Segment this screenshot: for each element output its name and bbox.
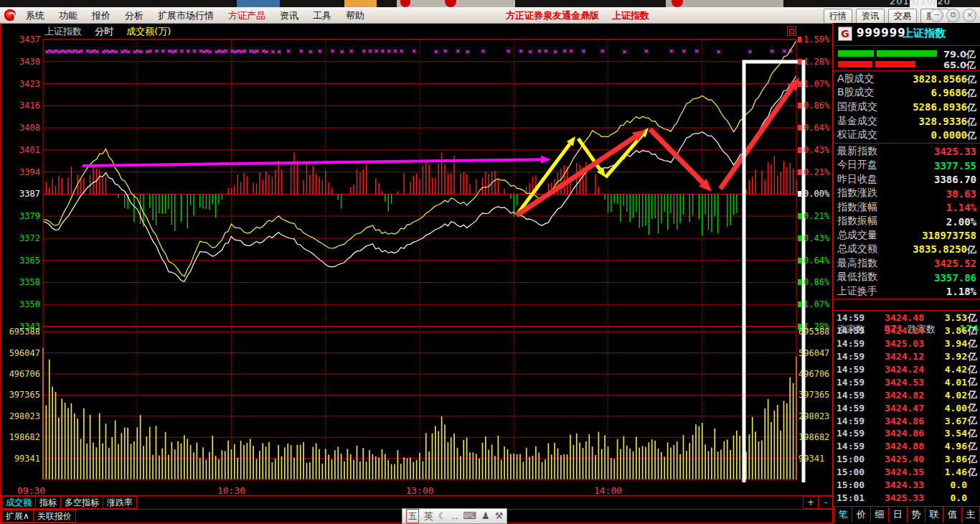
pct-axis-tick: [798, 103, 801, 108]
volume-axis-label: 596047: [798, 348, 836, 358]
tick-price: 3425.40: [868, 454, 924, 464]
background-windows-strip: 2015/10/20: [0, 0, 980, 7]
time-axis-label: 14:00: [594, 485, 622, 496]
menu-bar: 系统功能报价分析扩展市场行情方证产品资讯工具帮助 方正证券泉友通金鼎版上证指数 …: [0, 7, 980, 24]
menu-item-1[interactable]: 功能: [52, 8, 85, 24]
pct-axis-tick: [798, 235, 801, 241]
ime-tools-icon[interactable]: ⚒: [495, 510, 504, 523]
stat-row: 昨日收盘3386.70: [834, 172, 980, 187]
extension-tabs: 扩展∧关联报价: [1, 510, 75, 523]
price-axis-label: 3401: [6, 145, 40, 155]
rp-tab-1[interactable]: 价: [852, 507, 870, 523]
ime-dots-icon[interactable]: ‥: [452, 510, 458, 523]
tick-row: 14:593424.483.53亿: [834, 312, 980, 324]
svg-text:×: ×: [537, 47, 542, 55]
tick-amount: 0.0: [924, 479, 967, 490]
tick-time: 14:59: [837, 441, 868, 452]
stat-row: 总成交量318973758: [834, 228, 980, 243]
timeshare-chart[interactable]: ××××××××××××××××××××××××××××××××××××××××…: [0, 23, 832, 482]
ime-mode-en[interactable]: 英: [424, 510, 433, 523]
ime-moon-icon[interactable]: ☾: [438, 510, 447, 523]
stat-row: 权证成交0.0000亿: [834, 128, 980, 142]
tick-row: 15:013425.330.0: [834, 491, 980, 504]
volume-axis-label: 99341: [1, 454, 40, 464]
rp-tab-6[interactable]: 值: [943, 507, 961, 523]
symbol-name[interactable]: 上证指数: [903, 27, 946, 40]
pct-axis-tick: [798, 301, 801, 307]
index-stats: 最新指数3425.33今日开盘3377.55昨日收盘3386.70指数涨跌38.…: [834, 144, 980, 299]
svg-text:×: ×: [433, 48, 439, 55]
menu-item-4[interactable]: 扩展市场行情: [151, 8, 221, 24]
extension-tab-0[interactable]: 扩展∧: [1, 510, 34, 523]
tick-row: 14:593424.244.42亿: [834, 363, 980, 376]
menu-item-3[interactable]: 分析: [118, 8, 151, 24]
rp-tab-0[interactable]: 笔: [834, 507, 852, 523]
tick-unit: 亿: [967, 427, 977, 440]
tick-row: 15:003425.403.86亿: [834, 453, 980, 466]
tick-price: 3424.24: [868, 325, 924, 336]
rp-tab-7[interactable]: 主: [962, 507, 980, 523]
symbol-code[interactable]: 999999: [857, 27, 906, 39]
tick-row: 14:593424.863.54亿: [834, 427, 980, 440]
tick-time: 14:59: [837, 377, 868, 388]
chart-tab-1[interactable]: 指标: [35, 496, 61, 509]
chart-tab-2[interactable]: 多空指标: [60, 496, 103, 509]
extension-tab-1[interactable]: 关联报价: [33, 510, 76, 523]
system-date-text: 2015/10/20: [890, 0, 951, 6]
tick-unit: 亿: [967, 324, 977, 337]
indicator-tabs: 成交额指标多空指标涨跌率: [1, 496, 136, 510]
tick-list[interactable]: 14:593424.483.53亿14:593424.243.86亿14:593…: [834, 312, 980, 504]
tick-amount: 3.54: [924, 428, 967, 439]
minimize-button[interactable]: −: [930, 9, 943, 22]
quick-button-1[interactable]: 资讯: [856, 9, 885, 24]
menu-item-8[interactable]: 帮助: [339, 8, 372, 24]
rp-tab-4[interactable]: 势: [908, 507, 925, 523]
quick-button-2[interactable]: 交易: [888, 9, 917, 24]
ime-mode-cn[interactable]: 五: [406, 509, 419, 523]
rp-tab-5[interactable]: 联: [925, 507, 943, 523]
menu-item-7[interactable]: 工具: [306, 8, 339, 24]
menu-item-2[interactable]: 报价: [85, 8, 118, 24]
tick-price: 3425.03: [868, 338, 924, 349]
menu-item-0[interactable]: 系统: [19, 8, 52, 24]
volume-axis-label: 298023: [1, 411, 40, 421]
svg-text:×: ×: [173, 47, 179, 55]
tick-time: 14:59: [837, 428, 868, 439]
stat-value: 328.9336亿: [919, 114, 976, 128]
menu-item-5[interactable]: 方证产品: [221, 8, 273, 24]
tick-unit: 亿: [967, 401, 977, 414]
tick-unit: 亿: [967, 440, 977, 453]
tick-amount: 4.00: [924, 403, 967, 413]
background-icon-fragment: [237, 0, 280, 7]
svg-text:×: ×: [694, 47, 699, 55]
tick-unit: 亿: [967, 312, 977, 324]
tick-amount: 1.46: [924, 467, 967, 477]
ime-keyboard-icon[interactable]: ⌨: [463, 510, 476, 523]
svg-text:×: ×: [669, 47, 674, 55]
tick-unit: 亿: [967, 466, 977, 479]
menu-item-6[interactable]: 资讯: [273, 8, 306, 24]
stat-row: 上证换手1.18%: [834, 284, 980, 299]
divider: [0, 23, 1, 524]
svg-text:×: ×: [568, 47, 574, 55]
svg-text:×: ×: [126, 48, 131, 55]
stat-row: 国债成交5286.8936亿: [834, 100, 980, 114]
zoom-in-button[interactable]: +: [803, 496, 819, 509]
ime-user-icon[interactable]: ♟: [481, 510, 490, 523]
close-button[interactable]: ×: [963, 9, 976, 22]
svg-text:×: ×: [518, 47, 524, 55]
tick-amount: 4.02: [924, 390, 967, 401]
rp-tab-2[interactable]: 细: [871, 507, 889, 523]
quick-button-0[interactable]: 行情: [824, 9, 852, 24]
chart-tab-3[interactable]: 涨跌率: [103, 496, 137, 509]
volume-axis-label: 496706: [1, 369, 40, 379]
zoom-out-button[interactable]: -: [818, 496, 834, 509]
restore-button[interactable]: ⧉: [946, 9, 960, 22]
tick-time: 15:01: [837, 492, 868, 503]
stat-value: 3828.8566亿: [913, 72, 976, 86]
rp-tab-3[interactable]: 日: [889, 507, 907, 523]
svg-text:×: ×: [782, 47, 788, 55]
tick-row: 15:003424.351.46亿: [834, 466, 980, 479]
stat-label: 指数涨幅: [837, 201, 877, 214]
chart-tab-0[interactable]: 成交额: [1, 496, 36, 509]
